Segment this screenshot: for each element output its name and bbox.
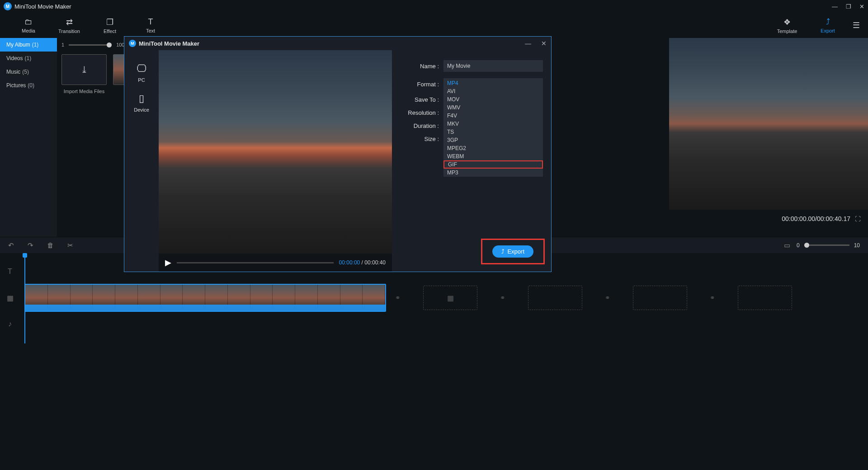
format-option-ts[interactable]: TS [443,128,543,136]
saveto-label: Save To : [400,96,439,103]
format-option-wmv[interactable]: WMV [443,103,543,112]
media-tab[interactable]: 🗀 Media [8,13,49,38]
undo-icon[interactable]: ↶ [8,241,14,249]
audio-track-icon: ♪ [0,320,20,328]
empty-clip-slot[interactable] [738,286,792,310]
sidebar-item-pictures[interactable]: Pictures (0) [0,79,57,92]
media-zoom-slider[interactable] [69,44,112,46]
tl-zoom-max: 10 [854,242,860,249]
sidebar-item-music[interactable]: Music (5) [0,65,57,79]
effect-tab[interactable]: ❐ Effect [90,13,130,38]
export-button[interactable]: ⤴ Export [492,245,533,258]
effect-icon: ❐ [106,17,113,27]
text-icon: T [148,17,153,27]
timeline-zoom-slider[interactable] [804,244,849,246]
pictures-count: (0) [28,82,34,89]
folder-icon: 🗀 [24,17,33,27]
transition-label: Transition [58,28,80,34]
format-option-f4v[interactable]: F4V [443,112,543,120]
duration-label: Duration : [400,122,439,129]
redo-icon[interactable]: ↷ [28,241,33,249]
format-option-mp4[interactable]: MP4 [443,79,543,87]
format-option-gif[interactable]: GIF [443,160,543,169]
tablet-icon: ▯ [139,93,144,104]
app-logo-icon: M [4,2,12,10]
text-track-icon: T [0,268,20,276]
empty-clip-slot[interactable] [633,286,687,310]
sidebar-item-videos[interactable]: Videos (1) [0,52,57,65]
zoom-max-label: 100 [116,42,124,47]
preview-thumbnail [669,38,868,210]
format-option-mov[interactable]: MOV [443,95,543,103]
export-dialog: M MiniTool Movie Maker ― ✕ 🖵 PC ▯ Device… [124,36,552,272]
format-option-avi[interactable]: AVI [443,87,543,95]
delete-icon[interactable]: 🗑 [47,241,54,249]
name-label: Name : [400,63,439,70]
format-dropdown: MP4 AVI MOV WMV F4V MKV TS 3GP MPEG2 WEB… [443,79,543,177]
format-option-mkv[interactable]: MKV [443,120,543,128]
link-icon: ⚭ [500,294,505,301]
fullscreen-icon[interactable]: ⛶ [855,216,861,222]
dialog-header: M MiniTool Movie Maker ― ✕ [124,37,551,50]
pc-label: PC [138,77,145,83]
import-label: Import Media Files [64,89,104,94]
download-icon: ⤓ [80,64,88,75]
video-clip[interactable] [24,284,386,312]
videos-count: (1) [24,55,31,61]
format-option-webm[interactable]: WEBM [443,152,543,160]
video-track-icon: ▦ [0,294,20,302]
close-icon[interactable]: ✕ [859,3,864,10]
sidebar-item-album[interactable]: My Album (1) [0,38,57,52]
pictures-label: Pictures [6,82,26,89]
menu-icon[interactable]: ☰ [853,20,860,30]
empty-clip-slot[interactable]: ▦ [423,286,477,310]
link-icon: ⚭ [395,294,401,301]
export-target-pc[interactable]: 🖵 PC [137,63,146,83]
album-label: My Album [6,42,30,48]
format-option-mpeg2[interactable]: MPEG2 [443,144,543,152]
export-form: Name : Format : MP4 ▾ Save To : Resoluti… [392,50,551,272]
name-input[interactable] [443,60,543,72]
preview-time: 00:00:00.00/00:00:40.17 [782,215,850,222]
template-label: Template [777,28,797,34]
resolution-label: Resolution : [400,109,439,116]
preview-progress[interactable] [177,262,334,263]
play-icon[interactable]: ▶ [165,258,171,268]
dialog-title: MiniTool Movie Maker [139,40,199,47]
export-button-highlight: ⤴ Export [481,239,545,264]
transition-tab[interactable]: ⇄ Transition [49,13,90,38]
minimize-icon[interactable]: ― [832,3,838,10]
music-count: (5) [22,69,29,75]
text-tab[interactable]: T Text [130,13,171,38]
export-preview-image [159,50,392,254]
size-label: Size : [400,136,439,142]
dialog-close-icon[interactable]: ✕ [541,40,547,47]
link-icon: ⚭ [710,294,715,301]
export-label: Export [821,28,835,33]
dialog-minimize-icon[interactable]: ― [525,40,531,47]
music-label: Music [6,69,20,75]
format-option-mp3[interactable]: MP3 [443,169,543,177]
playhead[interactable] [24,253,25,343]
cut-icon[interactable]: ✂ [67,241,73,249]
media-sidebar: My Album (1) Videos (1) Music (5) Pictur… [0,38,57,237]
format-option-3gp[interactable]: 3GP [443,136,543,144]
maximize-icon[interactable]: ❐ [846,3,851,10]
text-label: Text [146,28,155,33]
link-icon: ⚭ [605,294,610,301]
transition-icon: ⇄ [66,17,73,27]
empty-clip-slot[interactable] [528,286,582,310]
template-tab[interactable]: ❖ Template [767,13,807,38]
main-toolbar: 🗀 Media ⇄ Transition ❐ Effect T Text ❖ T… [0,13,868,38]
format-label: Format : [400,81,439,88]
export-tab[interactable]: ⤴ Export [807,13,848,38]
monitor-icon: 🖵 [137,63,146,75]
fit-icon[interactable]: ▭ [784,241,790,249]
videos-label: Videos [6,55,23,61]
tl-zoom-min: 0 [797,242,800,249]
layers-icon: ❖ [783,17,791,27]
export-target-device[interactable]: ▯ Device [134,93,149,113]
export-icon: ⤴ [826,17,830,27]
dialog-logo-icon: M [129,40,136,47]
import-media-button[interactable]: ⤓ Import Media Files [61,54,107,94]
